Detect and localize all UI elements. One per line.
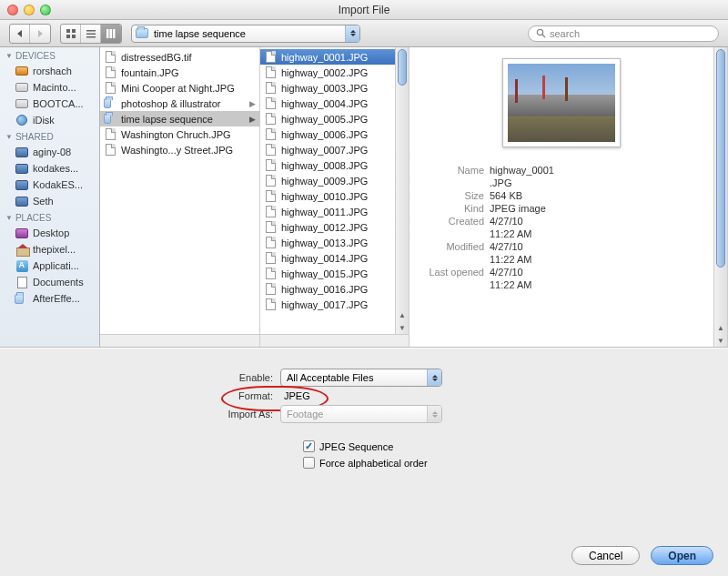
sidebar-item[interactable]: Macinto... (0, 79, 99, 96)
file-name: highway_0005.JPG (281, 114, 391, 125)
file-name: highway_0003.JPG (281, 83, 391, 94)
file-name: Washington Chruch.JPG (121, 129, 256, 140)
open-button[interactable]: Open (651, 546, 713, 565)
search-field[interactable]: search (528, 25, 719, 42)
file-row[interactable]: highway_0016.JPG (260, 281, 395, 297)
meta-value: 4/27/10 (490, 267, 523, 278)
preview-thumbnail (502, 58, 621, 147)
app-icon (16, 260, 28, 272)
chevron-right-icon: ▶ (249, 115, 256, 124)
scroll-up-icon[interactable]: ▲ (396, 308, 409, 321)
file-icon (266, 66, 276, 78)
file-row[interactable]: highway_0015.JPG (260, 266, 395, 281)
sidebar-item[interactable]: AfterEffe... (0, 290, 99, 307)
file-row[interactable]: highway_0012.JPG (260, 219, 395, 235)
sidebar-item[interactable]: BOOTCA... (0, 96, 99, 112)
scrollbar[interactable]: ▲ ▼ (713, 47, 727, 347)
sidebar-item[interactable]: Desktop (0, 225, 99, 241)
file-row[interactable]: time lapse sequence▶ (100, 111, 259, 126)
icon-view-button[interactable] (61, 25, 81, 43)
importas-label: Import As: (209, 409, 273, 419)
file-name: Mini Cooper at Night.JPG (121, 83, 256, 94)
back-button[interactable] (10, 25, 30, 43)
file-row[interactable]: highway_0014.JPG (260, 250, 395, 266)
file-icon (106, 51, 116, 63)
file-name: distressedBG.tif (121, 52, 256, 63)
sidebar-item[interactable]: kodakes... (0, 160, 99, 177)
path-select[interactable]: time lapse sequence (131, 25, 360, 43)
file-icon (266, 51, 276, 63)
meta-value: 11:22 AM (490, 254, 531, 265)
sidebar-item[interactable]: thepixel... (0, 241, 99, 258)
file-row[interactable]: Mini Cooper at Night.JPG (100, 80, 259, 96)
file-icon (106, 66, 116, 78)
file-row[interactable]: highway_0011.JPG (260, 204, 395, 219)
updown-icon (427, 406, 441, 422)
column-resize[interactable] (100, 334, 259, 347)
scroll-up-icon[interactable]: ▲ (714, 321, 727, 334)
svg-rect-3 (72, 29, 76, 33)
hd-icon (15, 83, 28, 92)
file-row[interactable]: Washington Chruch.JPG (100, 126, 259, 142)
column-view-button[interactable] (101, 25, 121, 43)
forward-button[interactable] (30, 25, 50, 43)
sidebar-item[interactable]: aginy-08 (0, 144, 99, 160)
updown-icon (345, 25, 359, 42)
meta-value: 11:22 AM (490, 279, 531, 290)
file-icon (266, 252, 276, 264)
meta-row: .JPG (419, 177, 704, 189)
list-view-button[interactable] (81, 25, 101, 43)
sidebar-item[interactable]: Seth (0, 193, 99, 209)
file-row[interactable]: highway_0005.JPG (260, 111, 395, 126)
file-row[interactable]: Washingto...y Street.JPG (100, 142, 259, 157)
doc-icon (17, 277, 27, 288)
sidebar-section-header[interactable]: ▼PLACES (0, 209, 99, 225)
column-resize[interactable] (260, 334, 409, 347)
scrollbar[interactable]: ▲ ▼ (395, 47, 409, 334)
sidebar-item[interactable]: Applicati... (0, 258, 99, 274)
file-row[interactable]: highway_0009.JPG (260, 173, 395, 188)
chevron-right-icon: ▶ (249, 99, 256, 108)
scroll-down-icon[interactable]: ▼ (396, 321, 409, 334)
file-row[interactable]: highway_0001.JPG (260, 49, 395, 65)
jpeg-sequence-checkbox[interactable]: ✓ (303, 440, 315, 452)
file-row[interactable]: highway_0010.JPG (260, 188, 395, 204)
file-row[interactable]: highway_0008.JPG (260, 157, 395, 173)
file-row[interactable]: highway_0002.JPG (260, 65, 395, 80)
meta-key: Size (419, 190, 490, 201)
file-row[interactable]: highway_0006.JPG (260, 126, 395, 142)
meta-value: highway_0001 (490, 165, 554, 176)
enable-select[interactable]: All Acceptable Files (280, 369, 442, 387)
sidebar-section-header[interactable]: ▼DEVICES (0, 47, 99, 63)
file-row[interactable]: photoshop & illustrator▶ (100, 96, 259, 111)
meta-row: Namehighway_0001 (419, 164, 704, 177)
sidebar-item[interactable]: Documents (0, 274, 99, 290)
sidebar-item[interactable]: KodakES... (0, 177, 99, 193)
globe-icon (16, 115, 27, 126)
file-icon (266, 82, 276, 94)
file-icon (266, 206, 276, 217)
file-row[interactable]: highway_0017.JPG (260, 297, 395, 312)
scroll-thumb[interactable] (398, 49, 407, 86)
sidebar: ▼DEVICESrorshachMacinto...BOOTCA...iDisk… (0, 47, 100, 347)
meta-key: Modified (419, 241, 490, 252)
importas-select[interactable]: Footage (280, 405, 442, 423)
scroll-thumb[interactable] (716, 49, 725, 268)
sidebar-item[interactable]: iDisk (0, 112, 99, 128)
file-row[interactable]: distressedBG.tif (100, 49, 259, 65)
sidebar-item[interactable]: rorshach (0, 63, 99, 79)
cancel-button[interactable]: Cancel (571, 546, 640, 565)
file-row[interactable]: highway_0013.JPG (260, 235, 395, 250)
force-alpha-checkbox[interactable] (303, 457, 315, 469)
options-panel: Enable: All Acceptable Files Format: JPE… (0, 348, 728, 576)
file-row[interactable]: highway_0004.JPG (260, 96, 395, 111)
updown-icon (427, 369, 441, 386)
scroll-down-icon[interactable]: ▼ (714, 334, 727, 347)
file-icon (266, 221, 276, 233)
file-icon (266, 175, 276, 187)
sidebar-section-header[interactable]: ▼SHARED (0, 128, 99, 144)
file-icon (106, 82, 116, 94)
file-row[interactable]: highway_0003.JPG (260, 80, 395, 96)
file-row[interactable]: fountain.JPG (100, 65, 259, 80)
file-row[interactable]: highway_0007.JPG (260, 142, 395, 157)
